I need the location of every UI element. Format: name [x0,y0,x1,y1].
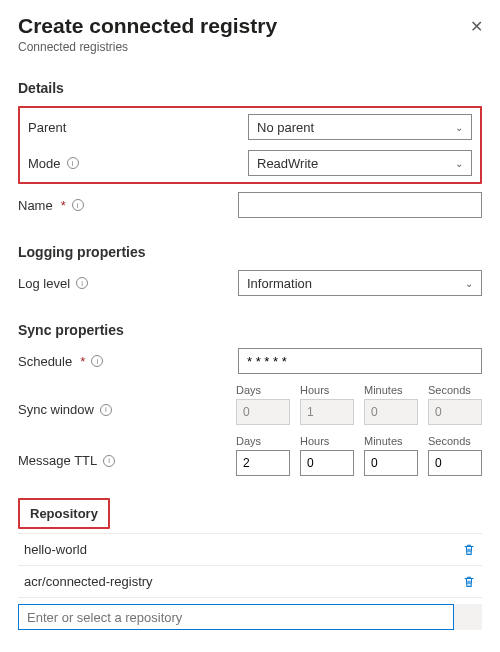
info-icon[interactable]: i [67,157,79,169]
label-schedule: Schedule [18,354,72,369]
mode-select[interactable]: ReadWrite ⌄ [248,150,472,176]
section-details: Details [18,80,482,96]
log-level-select[interactable]: Information ⌄ [238,270,482,296]
trash-icon[interactable] [462,543,476,557]
chevron-down-icon: ⌄ [455,122,463,133]
sync-window-group: Days Hours Minutes Seconds [236,384,482,425]
parent-select[interactable]: No parent ⌄ [248,114,472,140]
sync-window-seconds [428,399,482,425]
info-icon[interactable]: i [76,277,88,289]
repository-row: hello-world [18,534,482,566]
repository-search-input[interactable] [18,604,454,630]
label-days: Days [236,435,290,447]
label-hours: Hours [300,435,354,447]
chevron-down-icon: ⌄ [455,158,463,169]
info-icon[interactable]: i [100,404,112,416]
section-sync: Sync properties [18,322,482,338]
repository-name: hello-world [24,542,87,557]
page-title: Create connected registry [18,14,482,38]
label-seconds: Seconds [428,384,482,396]
message-ttl-minutes[interactable] [364,450,418,476]
repo-add-spacer [454,604,482,630]
label-log-level: Log level [18,276,70,291]
tab-repository[interactable]: Repository [18,498,110,529]
message-ttl-days[interactable] [236,450,290,476]
name-input[interactable] [238,192,482,218]
label-hours: Hours [300,384,354,396]
sync-window-days [236,399,290,425]
label-minutes: Minutes [364,435,418,447]
label-name: Name [18,198,53,213]
highlight-parent-mode: Parent No parent ⌄ Mode i ReadWrite ⌄ [18,106,482,184]
breadcrumb: Connected registries [18,40,482,54]
repository-row: acr/connected-registry [18,566,482,598]
repository-name: acr/connected-registry [24,574,153,589]
label-message-ttl: Message TTL [18,453,97,468]
trash-icon[interactable] [462,575,476,589]
log-level-value: Information [247,276,312,291]
required-marker: * [80,354,85,369]
info-icon[interactable]: i [91,355,103,367]
label-seconds: Seconds [428,435,482,447]
schedule-input[interactable] [238,348,482,374]
label-sync-window: Sync window [18,402,94,417]
label-days: Days [236,384,290,396]
mode-select-value: ReadWrite [257,156,318,171]
message-ttl-seconds[interactable] [428,450,482,476]
chevron-down-icon: ⌄ [465,278,473,289]
info-icon[interactable]: i [103,455,115,467]
close-icon[interactable]: ✕ [464,14,488,38]
panel-header: Create connected registry Connected regi… [18,14,482,54]
label-parent: Parent [28,120,66,135]
message-ttl-hours[interactable] [300,450,354,476]
section-logging: Logging properties [18,244,482,260]
parent-select-value: No parent [257,120,314,135]
label-mode: Mode [28,156,61,171]
label-minutes: Minutes [364,384,418,396]
sync-window-hours [300,399,354,425]
sync-window-minutes [364,399,418,425]
message-ttl-group: Days Hours Minutes Seconds [236,435,482,476]
required-marker: * [61,198,66,213]
info-icon[interactable]: i [72,199,84,211]
